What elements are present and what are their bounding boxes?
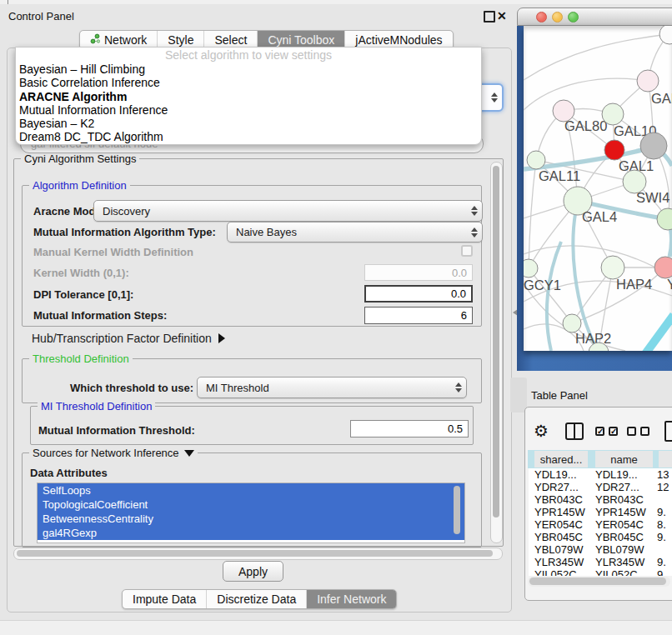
settings-hscrollbar-thumb[interactable] xyxy=(17,550,493,557)
attribute-item-selfloops[interactable]: SelfLoops xyxy=(38,483,464,498)
algorithm-option-bayesian-hill-climbing[interactable]: Bayesian – Hill Climbing xyxy=(16,62,481,76)
aracne-mode-value: Discovery xyxy=(103,205,150,218)
network-canvas[interactable]: GAL7GAL80GAL10GAL1SWI4GAL11GAL4GCY1HAP4Y… xyxy=(524,26,672,351)
network-node-hap4[interactable] xyxy=(601,256,624,279)
table-row[interactable]: YDR27...YDR27...12 xyxy=(529,481,672,493)
table-row[interactable]: YDL19...YDL19...13 xyxy=(529,468,672,481)
hub-section-toggle[interactable]: Hub/Transcription Factor Definition xyxy=(32,332,225,345)
deselect-all-columns-icon[interactable] xyxy=(627,427,652,437)
settings-vscrollbar[interactable] xyxy=(490,162,503,543)
dpi-tolerance-label: DPI Tolerance [0,1]: xyxy=(33,288,133,301)
cell: 9. xyxy=(657,506,666,518)
close-panel-icon[interactable]: ✕ xyxy=(497,10,507,22)
expanded-arrow-icon xyxy=(184,450,194,457)
network-node[interactable] xyxy=(657,208,672,230)
network-node[interactable] xyxy=(640,132,667,159)
table-header[interactable]: shared...name xyxy=(528,450,672,468)
minimize-traffic-light[interactable] xyxy=(552,12,563,22)
cell: 13 xyxy=(657,468,669,481)
settings-hscrollbar[interactable] xyxy=(13,548,503,560)
cell: YDL19... xyxy=(534,468,577,481)
new-table-icon[interactable] xyxy=(664,421,672,442)
cell: 12 xyxy=(657,481,669,493)
network-node-hap2[interactable] xyxy=(563,314,581,332)
table-row[interactable]: YLR345WYLR345W9. xyxy=(529,556,672,568)
sources-title: Sources for Network Inference xyxy=(33,447,179,459)
manual-kernel-checkbox[interactable] xyxy=(461,245,473,257)
table-row[interactable]: YBR045CYBR045C9. xyxy=(529,531,672,543)
table-panel-title: Table Panel xyxy=(531,389,588,402)
network-node-y[interactable] xyxy=(654,257,672,278)
algorithm-option-aracne-algorithm[interactable]: ARACNE Algorithm xyxy=(16,90,481,103)
apply-button[interactable]: Apply xyxy=(223,561,283,582)
node-label: GAL4 xyxy=(582,209,617,224)
attribute-item-topologicalcoefficient[interactable]: TopologicalCoefficient xyxy=(38,498,464,512)
dpi-tolerance-field[interactable]: 0.0 xyxy=(364,285,473,302)
cell: YLR345W xyxy=(534,556,584,568)
mi-threshold-field[interactable]: 0.5 xyxy=(350,420,469,438)
mi-algorithm-type-combo[interactable]: Naive Bayes xyxy=(227,222,483,242)
table-body[interactable]: YDL19...YDL19...13YDR27...YDR27...12YBR0… xyxy=(529,468,672,576)
column-header-name[interactable]: name xyxy=(595,451,653,468)
gear-icon[interactable]: ⚙ xyxy=(534,422,549,439)
table-hscrollbar-thumb[interactable] xyxy=(529,578,666,585)
node-label: GCY1 xyxy=(524,278,561,292)
column-header-shared-[interactable]: shared... xyxy=(534,451,588,468)
network-node-gal1[interactable] xyxy=(604,140,624,160)
apply-button-label: Apply xyxy=(238,565,268,578)
algorithm-option-basic-correlation-inference[interactable]: Basic Correlation Inference xyxy=(16,76,481,89)
combo-arrows-icon xyxy=(471,206,478,216)
columns-icon[interactable] xyxy=(565,422,584,440)
cell: YBR045C xyxy=(534,531,583,543)
table-row[interactable]: YBR043CYBR043C xyxy=(529,493,672,506)
select-all-columns-icon[interactable]: ✓✓ xyxy=(595,427,620,437)
data-attributes-list[interactable]: SelfLoopsTopologicalCoefficientBetweenne… xyxy=(37,482,465,543)
cell: YDR27... xyxy=(595,481,639,493)
network-node-gal10[interactable] xyxy=(602,103,624,125)
which-threshold-combo[interactable]: MI Threshold xyxy=(197,377,467,398)
cell: 9. xyxy=(657,556,666,568)
network-node[interactable] xyxy=(659,26,672,44)
mi-threshold-title: MI Threshold Definition xyxy=(38,400,155,412)
sources-toggle[interactable]: Sources for Network Inference xyxy=(29,447,198,459)
table-hscrollbar[interactable] xyxy=(528,577,670,587)
node-label: GAL11 xyxy=(539,168,580,183)
network-graph: GAL7GAL80GAL10GAL1SWI4GAL11GAL4GCY1HAP4Y… xyxy=(524,26,672,351)
tab-infer-network[interactable]: Infer Network xyxy=(307,590,396,608)
column-header-2[interactable] xyxy=(659,451,672,468)
kernel-width-field[interactable]: 0.0 xyxy=(364,264,473,281)
cell: YDL19... xyxy=(595,468,638,481)
attribute-item-betweennesscentrality[interactable]: BetweennessCentrality xyxy=(38,512,464,526)
table-row[interactable]: YIL052CYIL052C9 xyxy=(529,568,672,576)
tab-impute-data[interactable]: Impute Data xyxy=(123,590,207,608)
network-node-gcy1[interactable] xyxy=(524,259,538,278)
mi-threshold-value: 0.5 xyxy=(448,422,463,435)
algorithm-option-dream8-dc-tdc-algorithm[interactable]: Dream8 DC_TDC Algorithm xyxy=(16,130,481,143)
network-node-gal7[interactable] xyxy=(637,70,659,92)
attribute-item-gal4rgexp[interactable]: gal4RGexp xyxy=(38,526,464,540)
node-label: GAL7 xyxy=(651,91,672,106)
control-panel-title: Control Panel xyxy=(8,10,74,22)
table-row[interactable]: YBL079WYBL079W xyxy=(529,543,672,556)
close-traffic-light[interactable] xyxy=(536,12,547,22)
splitter-handle[interactable] xyxy=(510,378,527,412)
algorithm-option-mutual-information-inference[interactable]: Mutual Information Inference xyxy=(16,103,481,117)
tab-discretize-data[interactable]: Discretize Data xyxy=(207,590,307,608)
data-attributes-label: Data Attributes xyxy=(30,467,108,479)
algorithm-option-bayesian-k2[interactable]: Bayesian – K2 xyxy=(16,117,481,130)
network-window-titlebar[interactable] xyxy=(517,8,672,26)
mi-steps-value: 6 xyxy=(461,309,467,322)
hub-section-label: Hub/Transcription Factor Definition xyxy=(32,332,212,345)
mi-steps-label: Mutual Information Steps: xyxy=(33,309,167,322)
zoom-traffic-light[interactable] xyxy=(568,12,579,22)
settings-vscrollbar-thumb[interactable] xyxy=(493,166,499,518)
attributes-vscrollbar-thumb[interactable] xyxy=(454,486,460,534)
aracne-mode-combo[interactable]: Discovery xyxy=(93,200,483,222)
tab-label: Infer Network xyxy=(317,590,386,608)
network-node-gal11[interactable] xyxy=(527,151,545,169)
manual-kernel-label: Manual Kernel Width Definition xyxy=(33,246,193,258)
mi-steps-field[interactable]: 6 xyxy=(364,307,473,324)
float-panel-icon[interactable] xyxy=(484,11,495,22)
table-row[interactable]: YPR145WYPR145W9. xyxy=(529,506,672,518)
table-row[interactable]: YER054CYER054C8. xyxy=(529,518,672,531)
